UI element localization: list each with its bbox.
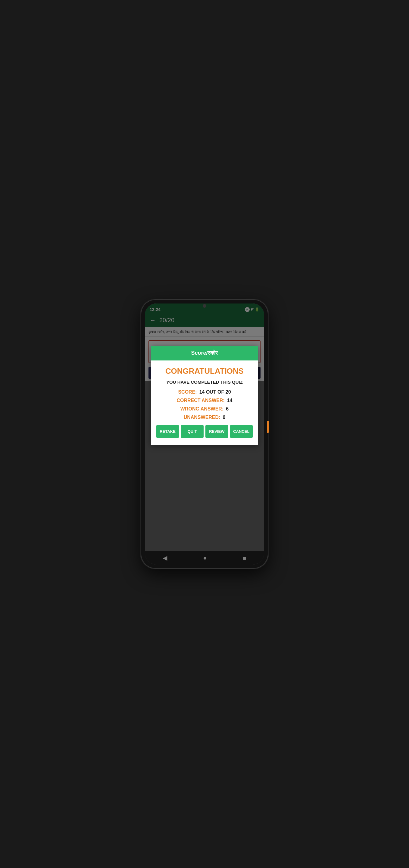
- modal-header: Score/स्कोर: [151, 346, 258, 361]
- wrong-answer-label: WRONG ANSWER:: [180, 406, 224, 412]
- phone-screen: 12:24 P ◤ 🔋 ← 20/20 कृपया स्कोर, उत्तर र…: [145, 304, 264, 564]
- unanswered-row: UNANSWERED: 0: [156, 415, 253, 420]
- retake-button[interactable]: RETAKE: [156, 425, 179, 438]
- wrong-answer-row: WRONG ANSWER: 6: [156, 406, 253, 412]
- modal-overlay: Score/स्कोर CONGRATULATIONS YOU HAVE COM…: [145, 304, 264, 564]
- wrong-answer-value: 6: [226, 406, 229, 412]
- unanswered-value: 0: [223, 415, 225, 420]
- correct-answer-value: 14: [227, 398, 233, 403]
- cancel-button[interactable]: CANCEL: [230, 425, 253, 438]
- unanswered-label: UNANSWERED:: [184, 415, 220, 420]
- score-row: SCORE: 14 OUT OF 20: [156, 390, 253, 395]
- correct-answer-row: CORRECT ANSWER: 14: [156, 398, 253, 403]
- review-button[interactable]: REVIEW: [205, 425, 228, 438]
- correct-answer-label: CORRECT ANSWER:: [176, 398, 225, 403]
- modal-body: CONGRATULATIONS YOU HAVE COMPLETED THIS …: [151, 361, 258, 445]
- side-accent: [267, 421, 269, 433]
- quit-button[interactable]: QUIT: [181, 425, 204, 438]
- score-value: 14 OUT OF 20: [199, 390, 231, 395]
- score-label: SCORE:: [178, 390, 197, 395]
- congratulations-text: CONGRATULATIONS: [156, 367, 253, 376]
- score-modal: Score/स्कोर CONGRATULATIONS YOU HAVE COM…: [151, 346, 258, 445]
- camera-dot: [203, 304, 206, 308]
- modal-buttons: RETAKE QUIT REVIEW CANCEL: [156, 425, 253, 439]
- completed-text: YOU HAVE COMPLETED THIS QUIZ: [156, 379, 253, 384]
- phone-frame: 12:24 P ◤ 🔋 ← 20/20 कृपया स्कोर, उत्तर र…: [141, 300, 268, 568]
- modal-header-title: Score/स्कोर: [191, 350, 218, 356]
